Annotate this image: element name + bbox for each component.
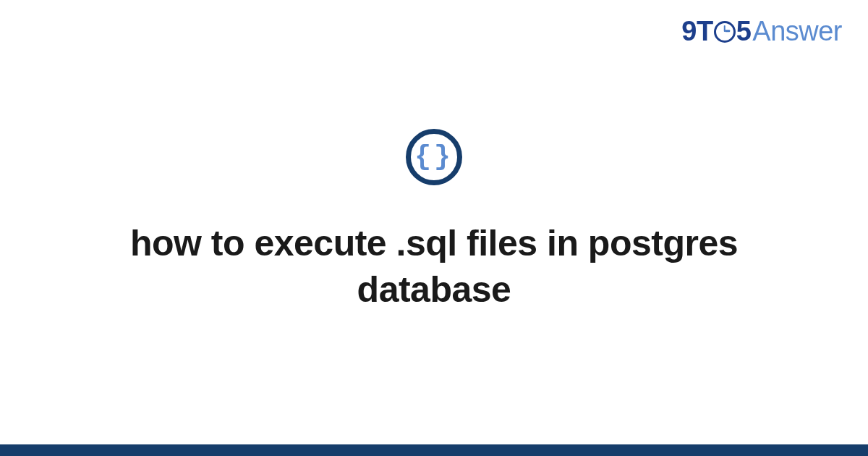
code-braces-icon: { } — [406, 129, 462, 185]
main-content: { } how to execute .sql files in postgre… — [0, 0, 868, 456]
page-title: how to execute .sql files in postgres da… — [109, 220, 760, 313]
footer-accent-bar — [0, 444, 868, 456]
code-icon-wrap: { } — [406, 129, 462, 185]
right-brace: } — [434, 143, 454, 171]
left-brace: { — [414, 143, 434, 171]
